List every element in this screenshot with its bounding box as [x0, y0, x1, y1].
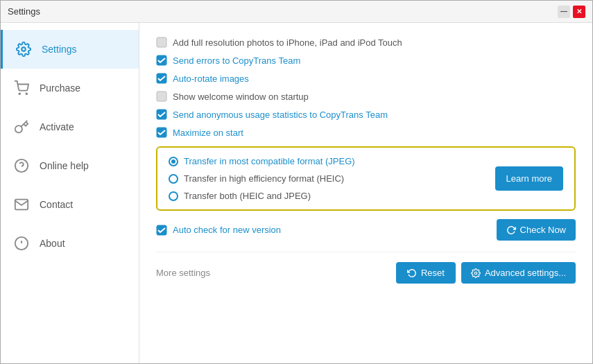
window-title: Settings [8, 6, 40, 17]
more-settings-row: More settings Reset Ad [156, 252, 576, 284]
reset-button[interactable]: Reset [396, 262, 456, 284]
main-panel: Add full resolution photos to iPhone, iP… [139, 23, 592, 363]
format-options: Transfer in most compatible format (JPEG… [169, 156, 355, 201]
checkbox-add-full-res[interactable] [156, 37, 167, 48]
minimize-button[interactable]: — [558, 6, 570, 18]
sidebar-item-contact[interactable]: Contact [1, 185, 139, 224]
label-show-welcome: Show welcome window on startup [173, 92, 309, 102]
reset-label: Reset [421, 268, 445, 278]
action-buttons: Reset Advanced settings... [396, 262, 576, 284]
sidebar-item-settings[interactable]: Settings [1, 30, 139, 69]
title-bar-controls: — ✕ [558, 6, 585, 18]
check-now-label: Check Now [520, 225, 566, 235]
svg-rect-11 [157, 92, 166, 101]
sidebar-label-purchase: Purchase [40, 83, 80, 94]
purchase-icon [12, 78, 31, 98]
sidebar-label-activate: Activate [40, 121, 74, 132]
advanced-settings-button[interactable]: Advanced settings... [461, 262, 576, 284]
reset-icon [407, 268, 417, 278]
checkbox-auto-check[interactable] [156, 225, 167, 236]
online-help-icon [12, 156, 31, 175]
sidebar-label-about: About [40, 238, 65, 249]
settings-icon [14, 40, 33, 59]
setting-row-auto-rotate: Auto-rotate images [156, 73, 576, 84]
content-area: Settings Purchase Activate [1, 23, 592, 363]
label-add-full-res: Add full resolution photos to iPhone, iP… [173, 37, 402, 48]
sidebar-item-purchase[interactable]: Purchase [1, 69, 139, 107]
sidebar: Settings Purchase Activate [1, 23, 139, 363]
svg-point-15 [474, 272, 477, 275]
label-both: Transfer both (HEIC and JPEG) [184, 191, 311, 201]
label-auto-check[interactable]: Auto check for new version [173, 225, 281, 235]
about-icon [12, 234, 31, 253]
advanced-label: Advanced settings... [485, 268, 566, 278]
svg-point-1 [19, 93, 20, 94]
radio-jpeg[interactable] [169, 157, 178, 166]
close-button[interactable]: ✕ [573, 6, 585, 18]
auto-check-row: Auto check for new version Check Now [156, 219, 576, 241]
setting-row-add-full-res: Add full resolution photos to iPhone, iP… [156, 37, 576, 48]
contact-icon [12, 195, 31, 214]
refresh-icon [506, 225, 516, 235]
checkbox-send-errors[interactable] [156, 55, 167, 66]
setting-row-maximize: Maximize on start [156, 127, 576, 138]
setting-row-send-anon: Send anonymous usage statistics to CopyT… [156, 109, 576, 120]
format-selection-box: Transfer in most compatible format (JPEG… [156, 146, 576, 211]
gear-icon [471, 268, 481, 278]
sidebar-item-activate[interactable]: Activate [1, 107, 139, 146]
label-maximize[interactable]: Maximize on start [173, 128, 243, 138]
label-send-anon[interactable]: Send anonymous usage statistics to CopyT… [173, 110, 388, 120]
learn-more-button[interactable]: Learn more [495, 166, 563, 191]
sidebar-item-online-help[interactable]: Online help [1, 146, 139, 185]
radio-row-both[interactable]: Transfer both (HEIC and JPEG) [169, 191, 355, 201]
setting-row-show-welcome: Show welcome window on startup [156, 91, 576, 102]
label-jpeg: Transfer in most compatible format (JPEG… [184, 156, 355, 166]
radio-row-jpeg[interactable]: Transfer in most compatible format (JPEG… [169, 156, 355, 166]
label-heic: Transfer in high efficiency format (HEIC… [184, 173, 344, 184]
radio-heic[interactable] [169, 174, 178, 184]
svg-point-0 [22, 47, 26, 51]
sidebar-label-contact: Contact [40, 199, 73, 210]
label-auto-rotate[interactable]: Auto-rotate images [173, 73, 249, 84]
more-settings-label: More settings [156, 268, 396, 278]
radio-both[interactable] [169, 191, 178, 201]
setting-row-send-errors: Send errors to CopyTrans Team [156, 55, 576, 66]
checkbox-send-anon[interactable] [156, 109, 167, 120]
sidebar-item-about[interactable]: About [1, 224, 139, 263]
title-bar: Settings — ✕ [1, 1, 592, 23]
svg-rect-8 [157, 37, 166, 47]
sidebar-label-settings: Settings [42, 44, 77, 55]
svg-point-2 [26, 93, 27, 94]
settings-window: Settings — ✕ Settings [0, 0, 593, 364]
check-now-button[interactable]: Check Now [497, 219, 576, 241]
checkbox-show-welcome[interactable] [156, 91, 167, 102]
checkbox-maximize[interactable] [156, 127, 167, 138]
radio-row-heic[interactable]: Transfer in high efficiency format (HEIC… [169, 173, 355, 184]
sidebar-label-online-help: Online help [40, 160, 89, 171]
checkbox-auto-rotate[interactable] [156, 73, 167, 84]
label-send-errors[interactable]: Send errors to CopyTrans Team [173, 55, 300, 66]
activate-icon [12, 117, 31, 137]
